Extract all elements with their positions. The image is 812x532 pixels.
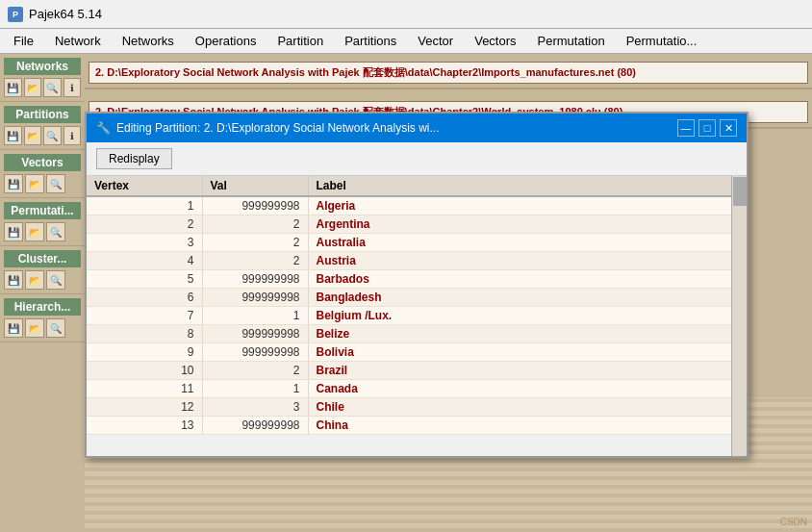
cell-val: 2 [202, 234, 308, 252]
table-row[interactable]: 1999999998Algeria [87, 196, 747, 215]
table-row[interactable]: 42Austria [87, 252, 747, 270]
partition-table: Vertex Val Label 1999999998Algeria22Arge… [87, 176, 747, 435]
networks-search-btn[interactable]: 🔍 [43, 78, 62, 97]
partitions-search-btn[interactable]: 🔍 [43, 126, 62, 145]
networks-info-btn[interactable]: ℹ [63, 78, 82, 97]
cell-label[interactable]: Canada [308, 380, 747, 398]
partitions-info-btn[interactable]: ℹ [63, 126, 82, 145]
menu-bar: File Network Networks Operations Partiti… [0, 29, 812, 54]
menu-permutation[interactable]: Permutation [528, 32, 615, 50]
table-row[interactable]: 9999999998Bolivia [87, 343, 747, 362]
table-row[interactable]: 8999999998Belize [87, 325, 747, 343]
cell-val: 999999998 [202, 289, 308, 307]
vectors-panel: Vectors 💾 📂 🔍 [0, 150, 85, 198]
cell-vertex: 5 [87, 270, 202, 289]
menu-operations[interactable]: Operations [186, 32, 266, 50]
table-row[interactable]: 102Brazil [87, 362, 747, 380]
table-row[interactable]: 32Australia [87, 234, 747, 252]
cell-label[interactable]: Austria [308, 252, 747, 270]
dialog-close-btn[interactable]: ✕ [720, 119, 737, 137]
networks-save-btn[interactable]: 💾 [4, 78, 22, 97]
cell-label[interactable]: Belgium /Lux. [308, 307, 747, 325]
cell-vertex: 10 [87, 362, 202, 380]
partitions-save-btn[interactable]: 💾 [4, 126, 22, 145]
permutations-open-btn[interactable]: 📂 [25, 222, 44, 241]
partitions-panel: Partitions 💾 📂 🔍 ℹ [0, 102, 85, 150]
edit-partition-dialog: 🔧 Editing Partition: 2. D:\Exploratory S… [85, 112, 749, 458]
scroll-thumb[interactable] [733, 177, 747, 206]
dialog-title-text: Editing Partition: 2. D:\Exploratory Soc… [116, 121, 677, 135]
clusters-save-btn[interactable]: 💾 [4, 270, 23, 290]
cell-label[interactable]: China [308, 417, 747, 435]
hierarchies-panel-title: Hierarch... [4, 298, 81, 316]
partitions-open-btn[interactable]: 📂 [24, 126, 42, 145]
clusters-search-btn[interactable]: 🔍 [46, 270, 65, 290]
cell-vertex: 9 [87, 343, 202, 362]
permutations-toolbar: 💾 📂 🔍 [4, 222, 81, 241]
vectors-save-btn[interactable]: 💾 [4, 174, 23, 193]
permutations-panel-title: Permutati... [4, 202, 81, 219]
hierarchies-save-btn[interactable]: 💾 [4, 318, 23, 338]
hierarchies-open-btn[interactable]: 📂 [25, 318, 44, 338]
cell-vertex: 1 [87, 196, 202, 215]
cell-label[interactable]: Bangladesh [308, 289, 747, 307]
title-bar: P Pajek64 5.14 [0, 0, 812, 29]
cell-vertex: 11 [87, 380, 202, 398]
cell-label[interactable]: Algeria [308, 196, 747, 215]
cell-vertex: 13 [87, 417, 202, 435]
permutations-search-btn[interactable]: 🔍 [46, 222, 65, 241]
hierarchies-toolbar: 💾 📂 🔍 [4, 318, 81, 338]
table-row[interactable]: 5999999998Barbados [87, 270, 747, 289]
cell-vertex: 7 [87, 307, 202, 325]
networks-open-btn[interactable]: 📂 [24, 78, 42, 97]
cell-val: 2 [202, 215, 308, 234]
dialog-maximize-btn[interactable]: □ [698, 119, 716, 137]
cell-val: 999999998 [202, 343, 308, 362]
table-row[interactable]: 71Belgium /Lux. [87, 307, 747, 325]
cell-label[interactable]: Argentina [308, 215, 747, 234]
cell-val: 3 [202, 398, 308, 417]
menu-partitions[interactable]: Partitions [335, 32, 406, 50]
menu-vectors[interactable]: Vectors [465, 32, 525, 50]
menu-file[interactable]: File [4, 32, 43, 50]
menu-networks[interactable]: Networks [113, 32, 184, 50]
networks-toolbar: 💾 📂 🔍 ℹ [4, 78, 81, 97]
table-row[interactable]: 123Chile [87, 398, 747, 417]
clusters-open-btn[interactable]: 📂 [25, 270, 44, 290]
menu-partition[interactable]: Partition [267, 32, 333, 50]
cell-val: 1 [202, 307, 308, 325]
col-header-val: Val [202, 176, 308, 196]
cell-label[interactable]: Australia [308, 234, 747, 252]
vectors-panel-title: Vectors [4, 154, 81, 171]
cell-vertex: 3 [87, 234, 202, 252]
permutations-save-btn[interactable]: 💾 [4, 222, 23, 241]
vectors-search-btn[interactable]: 🔍 [46, 174, 65, 193]
table-scrollbar[interactable] [731, 176, 747, 456]
cell-vertex: 4 [87, 252, 202, 270]
cell-label[interactable]: Barbados [308, 270, 747, 289]
table-row[interactable]: 13999999998China [87, 417, 747, 435]
permutations-panel: Permutati... 💾 📂 🔍 [0, 198, 85, 246]
networks-panel: Networks 💾 📂 🔍 ℹ [0, 54, 85, 102]
table-row[interactable]: 6999999998Bangladesh [87, 289, 747, 307]
cell-label[interactable]: Bolivia [308, 343, 747, 362]
table-row[interactable]: 111Canada [87, 380, 747, 398]
cell-label[interactable]: Chile [308, 398, 747, 417]
cell-val: 2 [202, 362, 308, 380]
cell-label[interactable]: Belize [308, 325, 747, 343]
networks-file-panel: 2. D:\Exploratory Social Network Analysi… [85, 58, 812, 89]
clusters-panel-title: Cluster... [4, 250, 81, 267]
redisplay-button[interactable]: Redisplay [96, 148, 172, 169]
cell-label[interactable]: Brazil [308, 362, 747, 380]
dialog-minimize-btn[interactable]: — [677, 119, 695, 137]
partitions-toolbar: 💾 📂 🔍 ℹ [4, 126, 81, 145]
menu-permutations[interactable]: Permutatio... [617, 32, 707, 50]
menu-network[interactable]: Network [45, 32, 111, 50]
hierarchies-search-btn[interactable]: 🔍 [46, 318, 65, 338]
menu-vector[interactable]: Vector [408, 32, 463, 50]
vectors-open-btn[interactable]: 📂 [25, 174, 44, 193]
cell-vertex: 6 [87, 289, 202, 307]
cell-val: 999999998 [202, 325, 308, 343]
clusters-panel: Cluster... 💾 📂 🔍 [0, 246, 85, 294]
table-row[interactable]: 22Argentina [87, 215, 747, 234]
